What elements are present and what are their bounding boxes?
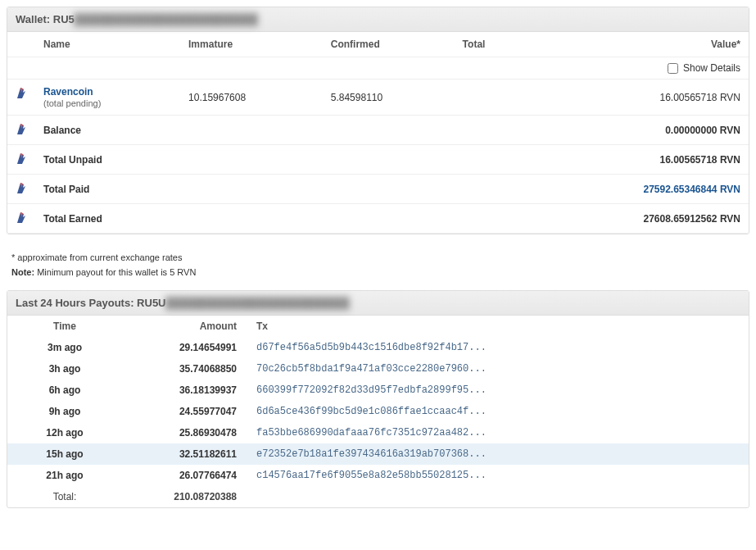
cell-total: [455, 80, 530, 116]
payout-time: 6h ago: [7, 380, 122, 401]
wallet-row: Balance 0.00000000 RVN: [7, 116, 749, 145]
wallet-row: Total Paid 27592.65346844 RVN: [7, 175, 749, 204]
payout-time: 15h ago: [7, 443, 122, 465]
show-details-label: Show Details: [683, 62, 740, 74]
col-immature: Immature: [180, 32, 323, 57]
payouts-address-blurred: ██████████████████████: [166, 297, 351, 309]
ravencoin-icon: [16, 152, 27, 165]
payout-amount: 35.74068850: [122, 358, 245, 380]
col-time: Time: [7, 316, 122, 337]
wallet-panel-header: Wallet: RU5██████████████████████: [7, 7, 749, 32]
col-total: Total: [455, 32, 530, 57]
total-paid-link[interactable]: 27592.65346844 RVN: [643, 184, 740, 195]
col-tx: Tx: [245, 316, 749, 337]
wallet-header-prefix: Wallet:: [16, 13, 53, 25]
ravencoin-icon: [16, 211, 27, 224]
payout-row: 9h ago24.559770476d6a5ce436f99bc5d9e1c08…: [7, 401, 749, 422]
payout-amount: 26.07766474: [122, 465, 245, 486]
ravencoin-icon: [16, 122, 27, 135]
payouts-panel-header: Last 24 Hours Payouts: RU5U█████████████…: [7, 291, 749, 316]
payouts-table: Time Amount Tx 3m ago29.14654991d67fe4f5…: [7, 316, 749, 507]
coin-link[interactable]: Ravencoin: [43, 86, 93, 98]
col-confirmed: Confirmed: [323, 32, 455, 57]
wallet-row: Ravencoin (total pending) 10.15967608 5.…: [7, 80, 749, 116]
cell-value: 27608.65912562 RVN: [530, 204, 749, 234]
payout-total-row: Total:210.08720388: [7, 486, 749, 507]
cell-immature: 10.15967608: [180, 80, 323, 116]
payouts-panel: Last 24 Hours Payouts: RU5U█████████████…: [7, 290, 749, 508]
payout-tx[interactable]: 70c26cb5f8bda1f9a471af03cce2280e7960...: [245, 358, 749, 380]
payout-row: 21h ago26.07766474c14576aa17fe6f9055e8a8…: [7, 465, 749, 486]
ravencoin-icon: [16, 86, 27, 99]
wallet-address-visible: RU5: [53, 13, 75, 25]
wallet-row: Total Unpaid 16.00565718 RVN: [7, 145, 749, 175]
payout-time: 21h ago: [7, 465, 122, 486]
payout-tx[interactable]: 6d6a5ce436f99bc5d9e1c086ffae1ccaac4f...: [245, 401, 749, 422]
payout-time: 12h ago: [7, 422, 122, 443]
payout-tx[interactable]: fa53bbe686990dafaaa76fc7351c972aa482...: [245, 422, 749, 443]
payout-time: 9h ago: [7, 401, 122, 422]
footnote-min-payout: Note: Minimum payout for this wallet is …: [7, 264, 749, 279]
wallet-address-blurred: ██████████████████████: [75, 13, 259, 25]
coin-sub: (total pending): [43, 98, 172, 108]
footnote-rates: * approximate from current exchange rate…: [7, 249, 749, 264]
payout-tx[interactable]: e72352e7b18a1fe397434616a319ab707368...: [245, 443, 749, 465]
total-label: Total:: [7, 486, 122, 507]
ravencoin-icon: [16, 181, 27, 194]
payout-row: 3m ago29.14654991d67fe4f56a5d5b9b443c151…: [7, 337, 749, 358]
col-name: Name: [35, 32, 180, 57]
col-value: Value*: [530, 32, 749, 57]
show-details-checkbox[interactable]: [668, 63, 678, 74]
payout-amount: 32.51182611: [122, 443, 245, 465]
payout-row: 3h ago35.7406885070c26cb5f8bda1f9a471af0…: [7, 358, 749, 380]
payout-tx[interactable]: c14576aa17fe6f9055e8a82e58bb55028125...: [245, 465, 749, 486]
wallet-table: Name Immature Confirmed Total Value* Sho…: [7, 32, 749, 234]
payout-row: 12h ago25.86930478fa53bbe686990dafaaa76f…: [7, 422, 749, 443]
show-details-row: Show Details: [7, 57, 749, 80]
show-details-control[interactable]: Show Details: [668, 62, 740, 74]
payout-amount: 24.55977047: [122, 401, 245, 422]
cell-value: 0.00000000 RVN: [530, 116, 749, 145]
payout-amount: 29.14654991: [122, 337, 245, 358]
cell-value: 16.00565718 RVN: [530, 80, 749, 116]
row-label: Total Earned: [35, 204, 180, 234]
col-amount: Amount: [122, 316, 245, 337]
cell-confirmed: 5.84598110: [323, 80, 455, 116]
wallet-row: Total Earned 27608.65912562 RVN: [7, 204, 749, 234]
total-amount: 210.08720388: [122, 486, 245, 507]
wallet-panel: Wallet: RU5██████████████████████ Name I…: [7, 7, 749, 234]
payout-amount: 25.86930478: [122, 422, 245, 443]
payouts-header-prefix: Last 24 Hours Payouts:: [16, 297, 137, 309]
payout-time: 3m ago: [7, 337, 122, 358]
payout-row: 15h ago32.51182611e72352e7b18a1fe3974346…: [7, 443, 749, 465]
row-label: Total Unpaid: [35, 145, 180, 175]
payout-tx[interactable]: d67fe4f56a5d5b9b443c1516dbe8f92f4b17...: [245, 337, 749, 358]
payout-time: 3h ago: [7, 358, 122, 380]
payout-row: 6h ago36.18139937660399f772092f82d33d95f…: [7, 380, 749, 401]
payout-tx[interactable]: 660399f772092f82d33d95f7edbfa2899f95...: [245, 380, 749, 401]
payouts-address-visible: RU5U: [137, 297, 165, 309]
cell-value: 16.00565718 RVN: [530, 145, 749, 175]
row-label: Total Paid: [35, 175, 180, 204]
payout-amount: 36.18139937: [122, 380, 245, 401]
row-label: Balance: [35, 116, 180, 145]
